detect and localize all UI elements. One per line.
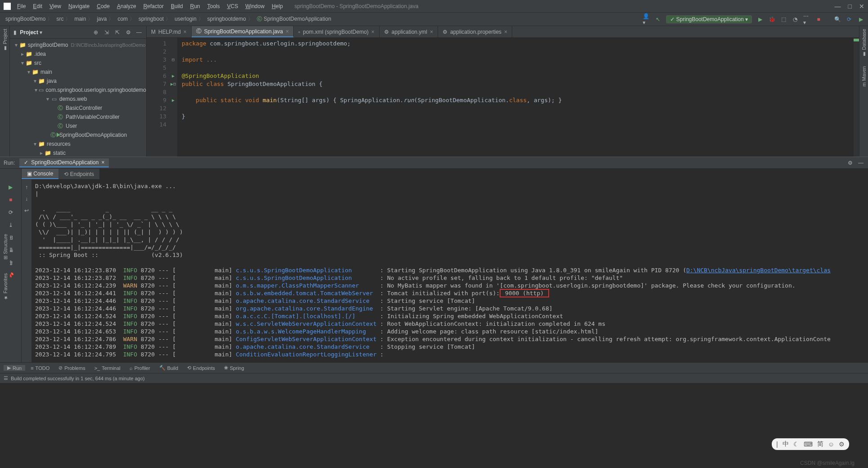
structure-stripe-button[interactable]: ⊞ Structure <box>2 234 8 260</box>
soft-wrap-icon[interactable]: ↩ <box>22 206 31 216</box>
run-config-tab[interactable]: ✓ SpringBootDemoApplication × <box>19 158 109 167</box>
menu-vcs[interactable]: VCS <box>224 2 241 10</box>
select-opened-icon[interactable]: ⊕ <box>92 29 99 36</box>
vcs-update-icon[interactable]: ⟳ <box>846 16 853 23</box>
code-content[interactable]: package com.springboot.userlogin.springb… <box>177 38 854 157</box>
breadcrumb-segment[interactable]: springBootDemo <box>4 15 54 23</box>
scroll-down-icon[interactable]: ↓ <box>22 194 31 204</box>
tree-item[interactable]: ⒸUser <box>10 122 146 130</box>
menu-window[interactable]: Window <box>242 2 267 10</box>
editor-tab[interactable]: ⒸSpringBootDemoApplication.java× <box>192 26 294 37</box>
rerun-arrow-icon[interactable]: ⟳ <box>6 207 16 217</box>
gutter-run-icon[interactable]: ▶ <box>172 72 174 80</box>
ime-tool-button[interactable]: ⌨ <box>804 441 813 448</box>
editor-tab[interactable]: ⚙application.properties× <box>438 26 512 37</box>
tree-item[interactable]: ▾▭com.springboot.userlogin.springbootdem… <box>10 86 146 94</box>
code-editor[interactable]: 12356789121314 ⊟▶▶⊟▶ package com.springb… <box>147 38 859 157</box>
tree-item[interactable]: ⒸBasicController <box>10 104 146 112</box>
menu-help[interactable]: Help <box>269 2 286 10</box>
tab-close-icon[interactable]: × <box>371 29 375 35</box>
scroll-up-icon[interactable]: ↑ <box>22 182 31 192</box>
user-icon[interactable]: 👤▾ <box>643 16 650 23</box>
breadcrumb-segment[interactable]: com <box>116 15 137 23</box>
search-icon[interactable]: 🔍 <box>834 16 841 23</box>
tab-close-icon[interactable]: × <box>183 29 187 35</box>
debug-icon[interactable]: 🐞 <box>768 16 775 23</box>
hide-panel-icon[interactable]: — <box>135 29 143 36</box>
ime-tool-button[interactable]: 简 <box>817 440 823 448</box>
tree-item[interactable]: ▾📁springBootDemoD:\NCB\ncbJava\springBoo… <box>10 40 146 50</box>
bottom-tab-terminal[interactable]: >_Terminal <box>91 365 124 371</box>
profile-icon[interactable]: ◔ <box>792 16 799 23</box>
ime-tool-button[interactable]: ☺ <box>828 441 834 448</box>
tree-item[interactable]: ▸📁static <box>10 148 146 157</box>
project-view-selector[interactable]: ▮ Project ▾ <box>13 29 42 36</box>
breadcrumb-segment[interactable]: userlogin <box>173 15 206 23</box>
editor-tab[interactable]: MHELP.md× <box>147 26 192 37</box>
menu-refactor[interactable]: Refactor <box>141 2 166 10</box>
minimize-icon[interactable]: — <box>835 3 841 10</box>
bottom-tab-build[interactable]: 🔨Build <box>156 365 182 371</box>
tab-close-icon[interactable]: × <box>286 28 289 35</box>
stop-run-icon[interactable]: ■ <box>6 195 16 205</box>
tree-item[interactable]: ⒸPathVariableController <box>10 112 146 122</box>
more-run-icon[interactable]: ⋯▾ <box>803 16 810 23</box>
build-hammer-icon[interactable]: ↖ <box>654 16 662 23</box>
menu-code[interactable]: Code <box>94 2 112 10</box>
bottom-tab-todo[interactable]: ≡TODO <box>27 365 53 371</box>
bottom-tab-endpoints[interactable]: ⟲Endpoints <box>183 365 219 371</box>
run-gear-icon[interactable]: ⚙ <box>846 159 854 166</box>
tree-item[interactable]: ▸📁.idea <box>10 50 146 58</box>
console-output[interactable]: D:\develop\Java\jdk-1.8\bin\java.exe ...… <box>31 180 868 362</box>
bottom-tab-problems[interactable]: ⊘Problems <box>55 365 89 371</box>
close-icon[interactable]: ✕ <box>859 3 864 10</box>
run-subtab-endpoints[interactable]: ⟲ Endpoints <box>58 169 99 179</box>
run-icon[interactable]: ▶ <box>756 16 764 23</box>
run-hide-icon[interactable]: — <box>857 159 864 166</box>
ime-tool-button[interactable]: 中 <box>783 440 789 448</box>
tree-item[interactable]: ▾📁src <box>10 58 146 68</box>
menu-navigate[interactable]: Navigate <box>66 2 92 10</box>
project-stripe-button[interactable]: ▮ Project <box>2 29 8 51</box>
menu-file[interactable]: File <box>14 2 28 10</box>
ide-run-icon[interactable]: ▶ <box>857 16 864 23</box>
run-subtab-console[interactable]: ▣ Console <box>22 169 58 179</box>
maximize-icon[interactable]: □ <box>848 3 852 10</box>
tree-item[interactable]: ▾📁java <box>10 76 146 86</box>
bottom-tab-spring[interactable]: ❀Spring <box>220 365 248 371</box>
run-config-selector[interactable]: ✓ SpringBootDemoApplication ▾ <box>666 15 752 23</box>
tree-item[interactable]: ▾▭demos.web <box>10 94 146 104</box>
menu-build[interactable]: Build <box>168 2 186 10</box>
editor-tab[interactable]: ⚙application.yml× <box>380 26 438 37</box>
bottom-tab-run[interactable]: ▶Run <box>4 365 25 371</box>
breadcrumb-segment[interactable]: src <box>54 15 72 23</box>
menu-run[interactable]: Run <box>188 2 203 10</box>
coverage-icon[interactable]: ⬚ <box>780 16 787 23</box>
menu-tools[interactable]: Tools <box>205 2 223 10</box>
gear-icon[interactable]: ⚙ <box>125 29 132 36</box>
breadcrumb-segment[interactable]: main <box>72 15 95 23</box>
rerun-icon[interactable]: ▶ <box>6 182 16 192</box>
expand-all-icon[interactable]: ⇲ <box>103 29 110 36</box>
breadcrumb-class[interactable]: ⓒ SpringBootDemoApplication <box>255 15 333 23</box>
maven-stripe-button[interactable]: m Maven <box>861 66 867 86</box>
menu-view[interactable]: View <box>47 2 64 10</box>
menu-edit[interactable]: Edit <box>30 2 45 10</box>
event-log-icon[interactable]: ☰ <box>4 375 8 381</box>
tab-close-icon[interactable]: × <box>504 29 507 35</box>
ime-tool-button[interactable]: ⚙ <box>839 441 845 448</box>
tab-close-icon[interactable]: × <box>430 29 433 35</box>
fold-icon[interactable]: ⊟ <box>172 56 174 64</box>
ime-floating-toolbar[interactable]: |中☾⌨简☺⚙ <box>772 438 849 450</box>
tree-item[interactable]: Ⓒ▶SpringBootDemoApplication <box>10 130 146 140</box>
project-tree[interactable]: ▾📁springBootDemoD:\NCB\ncbJava\springBoo… <box>10 39 146 157</box>
gutter-run-icon[interactable]: ▶ <box>172 96 174 104</box>
tree-item[interactable]: ▾📁main <box>10 68 146 76</box>
ime-tool-button[interactable]: ☾ <box>793 441 799 448</box>
bottom-tab-profiler[interactable]: ⌕Profiler <box>126 365 154 371</box>
collapse-all-icon[interactable]: ⇱ <box>114 29 121 36</box>
favorites-stripe-button[interactable]: ★ Favorites <box>2 273 8 301</box>
ime-tool-button[interactable]: | <box>776 441 778 448</box>
database-stripe-button[interactable]: ▮ Database <box>861 29 867 57</box>
breadcrumb-segment[interactable]: springbootdemo <box>206 15 255 23</box>
